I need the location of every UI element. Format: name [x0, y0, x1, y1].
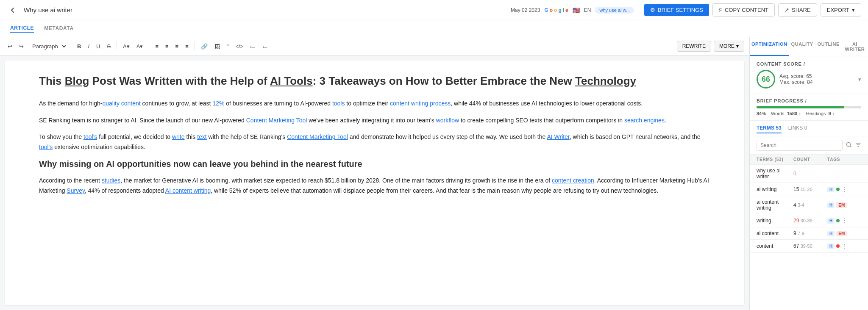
tag-h: H	[827, 218, 835, 224]
tag-em: EM	[836, 231, 847, 236]
list-button[interactable]: ≔	[248, 42, 258, 51]
terms-table: TERMS (53) COUNT TAGS why use ai writer …	[750, 155, 868, 310]
highlight-button[interactable]: A▾	[120, 42, 132, 51]
table-row[interactable]: content 67 39-50 H ⋮	[750, 240, 868, 253]
tags-cell: H ⋮	[827, 243, 861, 249]
tag-em: EM	[836, 202, 847, 208]
article-heading-2: Why missing on AI opportunities now can …	[39, 159, 710, 169]
copy-content-button[interactable]: ⎘ COPY CONTENT	[712, 3, 775, 17]
table-row[interactable]: ai writing 15 15-20 H ⋮	[750, 183, 868, 196]
progress-meta: 84% Words: 1580 ↑ Headings: 9 ↑	[757, 111, 861, 116]
align-left-button[interactable]: ≡	[153, 42, 161, 51]
table-row[interactable]: ai content 9 7-9 H EM	[750, 227, 868, 240]
score-row: 66 Avg. score: 65 Max. score: 84 ▾	[757, 70, 861, 89]
more-options-button[interactable]: ⋮	[841, 217, 847, 224]
export-button[interactable]: EXPORT ▾	[821, 3, 861, 17]
search-icon-button[interactable]	[846, 142, 852, 149]
table-row[interactable]: ai content writing 4 3-4 H EM	[750, 196, 868, 214]
svg-point-0	[847, 142, 851, 146]
sidebar-tab-ai-writer[interactable]: AI WRITER	[842, 37, 868, 56]
tab-article[interactable]: ARTICLE	[10, 25, 34, 33]
score-expand-button[interactable]: ▾	[858, 76, 861, 83]
search-input[interactable]	[757, 140, 843, 151]
justify-button[interactable]: ≡	[183, 42, 191, 51]
paragraph-select[interactable]: Paragraph Heading 1 Heading 2 Heading 3	[28, 41, 67, 52]
chevron-down-icon: ▾	[852, 7, 855, 13]
undo-button[interactable]: ↩	[5, 42, 15, 51]
tag-h: H	[827, 202, 835, 208]
tag-h: H	[827, 244, 835, 249]
tag-dot	[836, 188, 840, 191]
progress-section: BRIEF PROGRESS / 84% Words: 1580 ↑ Headi…	[750, 94, 868, 121]
code-button[interactable]: </>	[233, 42, 246, 51]
link-button[interactable]: 🔗	[198, 42, 210, 51]
editor-area: ↩ ↪ Paragraph Heading 1 Heading 2 Headin…	[0, 37, 749, 310]
align-right-button[interactable]: ≡	[173, 42, 181, 51]
sidebar-tab-outline[interactable]: OUTLINE	[815, 37, 842, 56]
toolbar-separator-3	[149, 42, 149, 50]
align-center-button[interactable]: ≡	[163, 42, 171, 51]
text-color-button[interactable]: A▾	[134, 42, 146, 51]
max-score: Max. score: 84	[779, 79, 813, 85]
page-title: Why use ai writer	[24, 6, 506, 14]
links-tab[interactable]: LINKS 0	[788, 125, 807, 133]
terms-tab[interactable]: TERMS 53	[757, 125, 782, 133]
main-layout: ↩ ↪ Paragraph Heading 1 Heading 2 Headin…	[0, 37, 868, 310]
bold-button[interactable]: B	[75, 42, 83, 51]
avg-score: Avg. score: 65	[779, 73, 813, 79]
search-wrap	[750, 136, 868, 155]
score-details: Avg. score: 65 Max. score: 84	[779, 73, 813, 85]
article-paragraph-2: SE Ranking team is no stranger to AI. Si…	[39, 116, 710, 126]
article-paragraph-4: According to the recent studies, the mar…	[39, 176, 710, 196]
term-name: why use ai writer	[757, 168, 793, 180]
gear-icon: ⚙	[650, 7, 655, 13]
editor-content[interactable]: This Blog Post Was Written with the Help…	[5, 61, 744, 305]
tags-cell: H EM	[827, 202, 861, 208]
sidebar-tab-optimization[interactable]: OPTIMIZATION	[750, 37, 789, 56]
progress-bar-wrap	[757, 106, 861, 108]
italic-button[interactable]: I	[85, 42, 92, 51]
term-name: content	[757, 243, 793, 249]
ordered-list-button[interactable]: ≔	[260, 42, 270, 51]
keyword-chip: why use ai w...	[595, 7, 634, 14]
top-actions: ⚙ BRIEF SETTINGS ⎘ COPY CONTENT ↗ SHARE …	[644, 3, 861, 17]
term-name: ai content	[757, 230, 793, 236]
article-paragraph-1: As the demand for high-quality content c…	[39, 99, 710, 109]
underline-button[interactable]: U	[94, 42, 103, 51]
term-name: ai content writing	[757, 199, 793, 211]
term-count: 29 30-39	[793, 218, 827, 224]
sidebar-tab-quality[interactable]: QUALITY	[789, 37, 815, 56]
progress-bar-fill	[757, 106, 844, 108]
table-row[interactable]: writing 29 30-39 H ⋮	[750, 214, 868, 227]
article-paragraph-3: To show you the tool's full potential, w…	[39, 132, 710, 152]
more-button[interactable]: MORE ▾	[714, 41, 744, 52]
term-count: 4 3-4	[793, 202, 827, 208]
tag-dot-red	[836, 244, 840, 248]
term-count: 0	[793, 171, 827, 177]
toolbar-separator-4	[195, 42, 195, 50]
words-label: Words: 1580 ↑	[771, 111, 801, 116]
share-button[interactable]: ↗ SHARE	[778, 3, 817, 17]
strikethrough-button[interactable]: S	[104, 42, 113, 51]
term-name: ai writing	[757, 186, 793, 192]
tag-dot	[836, 219, 840, 222]
top-bar: Why use ai writer May 02 2023 Google 🇺🇸 …	[0, 0, 868, 20]
rewrite-button[interactable]: REWRITE	[677, 41, 711, 52]
back-button[interactable]	[7, 4, 19, 16]
sidebar-tabs: OPTIMIZATION QUALITY OUTLINE AI WRITER	[750, 37, 868, 56]
tag-h: H	[827, 187, 835, 192]
more-options-button[interactable]: ⋮	[841, 186, 847, 193]
table-row[interactable]: why use ai writer 0	[750, 165, 868, 183]
tab-metadata[interactable]: METADATA	[44, 25, 73, 32]
image-button[interactable]: 🖼	[212, 42, 223, 51]
more-options-button[interactable]: ⋮	[841, 243, 847, 249]
redo-button[interactable]: ↪	[17, 42, 26, 51]
content-score-label: CONTENT SCORE /	[757, 61, 861, 66]
col-count: COUNT	[793, 157, 827, 162]
toolbar-separator-2	[117, 42, 117, 50]
brief-settings-button[interactable]: ⚙ BRIEF SETTINGS	[644, 4, 709, 16]
quote-button[interactable]: "	[224, 42, 231, 51]
tabs-bar: ARTICLE METADATA	[0, 20, 868, 37]
score-circle: 66	[757, 70, 775, 89]
filter-button[interactable]	[855, 142, 861, 149]
